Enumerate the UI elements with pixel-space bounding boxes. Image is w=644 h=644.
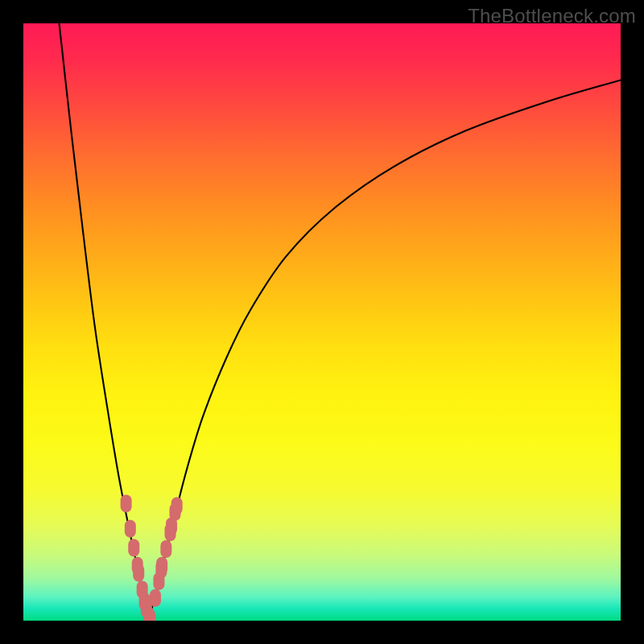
curve-group (60, 23, 621, 621)
data-marker (171, 497, 183, 515)
data-marker (150, 589, 161, 607)
curves-layer (23, 23, 621, 621)
data-marker (156, 557, 167, 575)
data-marker (144, 609, 155, 621)
data-marker (128, 539, 139, 556)
watermark-text: TheBottleneck.com (468, 5, 636, 27)
chart-frame: TheBottleneck.com (0, 0, 644, 644)
data-marker (121, 495, 132, 513)
data-marker (125, 520, 136, 538)
data-marker (133, 564, 144, 582)
marker-group (121, 495, 183, 621)
data-marker (160, 540, 171, 558)
bottleneck-curve-right (149, 80, 621, 621)
plot-area (23, 23, 621, 621)
